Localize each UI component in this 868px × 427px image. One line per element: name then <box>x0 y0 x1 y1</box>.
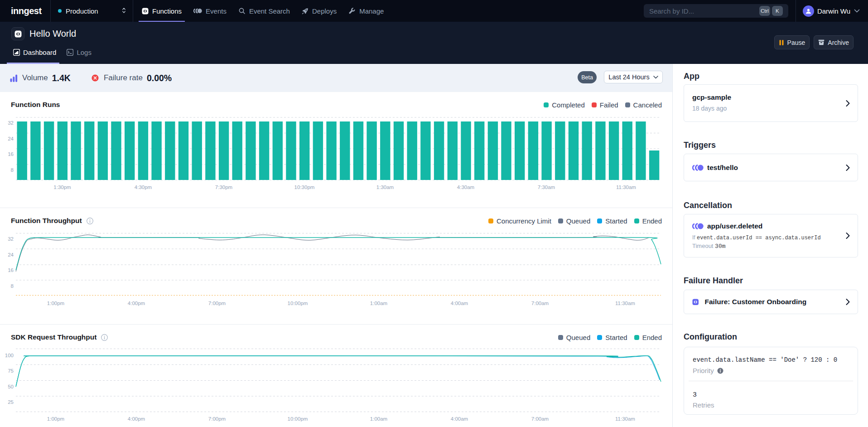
svg-text:4:00am: 4:00am <box>451 301 468 306</box>
svg-text:50: 50 <box>8 384 14 389</box>
svg-text:7:30am: 7:30am <box>538 184 555 190</box>
svg-text:100: 100 <box>5 353 14 358</box>
svg-text:7:00am: 7:00am <box>531 416 549 422</box>
svg-text:32: 32 <box>8 236 14 242</box>
svg-text:32: 32 <box>8 120 14 126</box>
svg-text:4:00pm: 4:00pm <box>128 416 145 422</box>
svg-text:4:00pm: 4:00pm <box>128 301 145 306</box>
svg-text:1:00pm: 1:00pm <box>47 301 64 306</box>
svg-text:11:30am: 11:30am <box>615 416 635 422</box>
svg-text:7:00pm: 7:00pm <box>208 416 226 422</box>
svg-text:10:30pm: 10:30pm <box>294 184 315 190</box>
svg-text:1:00pm: 1:00pm <box>47 416 64 422</box>
svg-text:16: 16 <box>8 267 14 273</box>
svg-text:10:00pm: 10:00pm <box>288 301 308 306</box>
svg-text:1:00am: 1:00am <box>370 416 387 422</box>
svg-text:7:30pm: 7:30pm <box>215 184 232 190</box>
svg-text:16: 16 <box>8 151 14 157</box>
svg-text:24: 24 <box>8 136 14 141</box>
svg-text:7:00am: 7:00am <box>531 301 549 306</box>
svg-text:8: 8 <box>11 167 14 173</box>
svg-text:25: 25 <box>8 399 14 405</box>
svg-text:1:30pm: 1:30pm <box>53 184 71 190</box>
svg-text:24: 24 <box>8 252 14 257</box>
svg-text:7:00pm: 7:00pm <box>208 301 226 306</box>
svg-text:11:30am: 11:30am <box>615 301 635 306</box>
svg-text:10:00pm: 10:00pm <box>288 416 308 422</box>
svg-text:4:00am: 4:00am <box>451 416 468 422</box>
svg-text:11:30am: 11:30am <box>616 184 636 190</box>
svg-text:75: 75 <box>8 368 14 374</box>
svg-text:1:00am: 1:00am <box>370 301 387 306</box>
svg-text:1:30am: 1:30am <box>376 184 394 190</box>
svg-text:4:30am: 4:30am <box>457 184 474 190</box>
svg-text:4:30pm: 4:30pm <box>135 184 152 190</box>
svg-text:8: 8 <box>11 283 14 289</box>
